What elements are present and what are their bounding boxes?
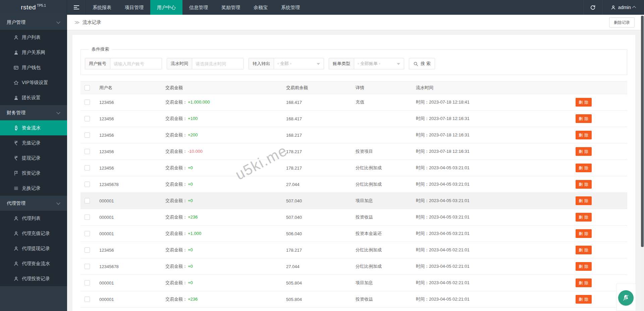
- cell-username: 123456: [99, 308, 165, 311]
- menu-toggle-icon[interactable]: [67, 0, 86, 15]
- topnav-item[interactable]: 信息管理: [182, 0, 215, 15]
- sidebar-item-label: 提现记录: [22, 155, 41, 161]
- notification-mute-button[interactable]: [618, 290, 634, 306]
- cell-username: 123456: [99, 242, 165, 258]
- sidebar-group-header[interactable]: 代理管理: [0, 196, 67, 211]
- delete-button[interactable]: 删 除: [576, 98, 592, 107]
- row-checkbox[interactable]: [85, 149, 90, 154]
- topnav-item[interactable]: 系统报表: [86, 0, 118, 15]
- user-icon: [13, 261, 19, 266]
- topnav-item[interactable]: 系统管理: [274, 0, 307, 15]
- sidebar-item-label: 代理投资记录: [22, 276, 50, 282]
- search-button[interactable]: 搜 索: [409, 58, 435, 69]
- sidebar-item[interactable]: VIP等级设置: [0, 75, 67, 90]
- select-all-checkbox[interactable]: [85, 85, 90, 90]
- sidebar-item[interactable]: 代理充值记录: [0, 226, 67, 241]
- amount-prefix: 交易金额：: [165, 264, 187, 269]
- row-checkbox[interactable]: [85, 231, 90, 236]
- sidebar-item[interactable]: 代理提现记录: [0, 241, 67, 256]
- topnav-item[interactable]: 用户中心: [150, 0, 182, 15]
- topnav-right: admin: [583, 0, 644, 15]
- brand-name: rsted: [21, 4, 36, 11]
- sidebar-group-header[interactable]: 用户管理: [0, 15, 67, 30]
- row-checkbox[interactable]: [85, 116, 90, 121]
- sidebar-item[interactable]: 提现记录: [0, 150, 67, 166]
- chevron-up-icon: [632, 6, 636, 10]
- search-field-input[interactable]: [110, 58, 162, 69]
- cell-balance: 168.417: [286, 111, 356, 127]
- table-row: 123456 交易金额：+200 168.217 时间：2023-07-18 1…: [80, 127, 627, 143]
- delete-button[interactable]: 删 除: [576, 278, 592, 287]
- sidebar-item[interactable]: 投资记录: [0, 166, 67, 181]
- search-icon: [413, 61, 418, 66]
- cell-time: 2023-07-18 12:16:31: [429, 116, 470, 121]
- sidebar-item[interactable]: 代理投资记录: [0, 271, 67, 286]
- flag-icon: [13, 171, 19, 176]
- cell-time: 2023-04-05 02:21:01: [429, 280, 470, 285]
- cell-username: 123456: [99, 111, 165, 127]
- row-checkbox[interactable]: [85, 214, 90, 220]
- bell-slash-icon: [622, 294, 630, 302]
- row-checkbox[interactable]: [85, 280, 90, 286]
- actions-column-header: [570, 81, 627, 94]
- row-checkbox[interactable]: [85, 198, 90, 203]
- scrollbar-thumb[interactable]: [641, 16, 644, 247]
- amount-prefix: 交易金额：: [165, 149, 187, 154]
- delete-button[interactable]: 删 除: [576, 180, 592, 189]
- user-icon: [611, 5, 616, 10]
- row-checkbox[interactable]: [85, 264, 90, 269]
- delete-button[interactable]: 删 除: [576, 213, 592, 222]
- row-checkbox[interactable]: [85, 132, 90, 138]
- cell-balance: 178.217: [286, 242, 356, 258]
- search-field-select[interactable]: - 全部 -: [274, 58, 324, 69]
- user-menu[interactable]: admin: [603, 0, 644, 15]
- sidebar-item[interactable]: 充值记录: [0, 135, 67, 150]
- refresh-button[interactable]: [583, 0, 603, 15]
- column-header: 交易前余额: [286, 81, 356, 94]
- delete-button[interactable]: 删 除: [576, 262, 592, 271]
- time-prefix: 时间：: [416, 297, 429, 302]
- sidebar-item[interactable]: 团长设置: [0, 90, 67, 105]
- delete-button[interactable]: 删 除: [576, 295, 592, 304]
- delete-records-button[interactable]: 删除记录: [609, 17, 635, 27]
- search-field-select[interactable]: - 全部账单 -: [354, 58, 404, 69]
- delete-button[interactable]: 删 除: [576, 147, 592, 156]
- sidebar-item[interactable]: 代理资金流水: [0, 256, 67, 271]
- delete-button[interactable]: 删 除: [576, 246, 592, 254]
- sidebar-item-label: 代理列表: [22, 215, 41, 222]
- row-checkbox[interactable]: [85, 165, 90, 171]
- search-field-group: 用户账号: [85, 58, 162, 69]
- time-prefix: 时间：: [416, 280, 429, 285]
- delete-button[interactable]: 删 除: [576, 131, 592, 139]
- row-checkbox[interactable]: [85, 297, 90, 302]
- sidebar-item[interactable]: 兑换记录: [0, 181, 67, 196]
- search-field-input[interactable]: [192, 58, 244, 69]
- row-checkbox[interactable]: [85, 100, 90, 105]
- sidebar-item[interactable]: 用户钱包: [0, 60, 67, 75]
- row-checkbox[interactable]: [85, 247, 90, 253]
- content-card: 条件搜索 用户账号 流水时间 转入转出 - 全部 - 账单类型 - 全部账单 -: [72, 35, 635, 311]
- cell-username: 12345678: [99, 258, 165, 275]
- topnav-item[interactable]: 项目管理: [118, 0, 150, 15]
- chevron-down-icon: [56, 110, 60, 114]
- time-prefix: 时间：: [416, 100, 429, 105]
- time-prefix: 时间：: [416, 231, 429, 236]
- delete-button[interactable]: 删 除: [576, 229, 592, 238]
- row-checkbox[interactable]: [85, 182, 90, 187]
- topnav-item[interactable]: 奖励管理: [215, 0, 247, 15]
- sidebar-item[interactable]: 用户列表: [0, 30, 67, 45]
- topnav-item[interactable]: 余额宝: [247, 0, 274, 15]
- delete-button[interactable]: 删 除: [576, 114, 592, 123]
- sidebar-item[interactable]: 用户关系网: [0, 45, 67, 60]
- scrollbar-track[interactable]: [641, 15, 644, 311]
- sidebar-group-header[interactable]: 财务管理: [0, 105, 67, 120]
- page-title: 流水记录: [83, 19, 101, 25]
- sidebar-submenu: 用户列表 用户关系网 用户钱包 VIP等级设置 团长设置: [0, 30, 67, 105]
- username-label: admin: [618, 5, 631, 10]
- wallet-icon: [13, 65, 19, 70]
- delete-button[interactable]: 删 除: [576, 196, 592, 205]
- delete-button[interactable]: 删 除: [576, 164, 592, 172]
- cell-detail: 投资收益: [356, 209, 416, 226]
- sidebar-item[interactable]: 代理列表: [0, 211, 67, 226]
- sidebar-item[interactable]: 资金流水: [0, 120, 67, 135]
